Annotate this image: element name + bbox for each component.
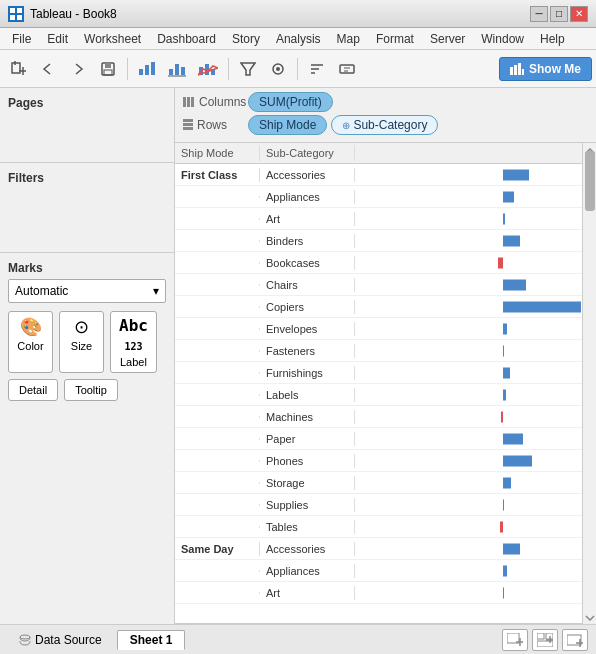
toolbar-chart3-button[interactable] — [193, 55, 223, 83]
svg-rect-0 — [10, 8, 15, 13]
toolbar-chart2-button[interactable] — [163, 55, 191, 83]
table-row: Storage — [175, 472, 582, 494]
cell-sub-category: Furnishings — [260, 366, 355, 380]
table-header: Ship Mode Sub-Category — [175, 143, 582, 164]
toolbar-chart-button[interactable] — [133, 55, 161, 83]
svg-rect-13 — [151, 62, 155, 75]
bar-positive — [503, 389, 506, 400]
svg-rect-3 — [17, 15, 22, 20]
menu-format[interactable]: Format — [368, 30, 422, 48]
bar-positive — [503, 543, 520, 554]
toolbar-forward-button[interactable] — [64, 55, 92, 83]
plus-icon: ⊕ — [342, 120, 350, 131]
label-button[interactable]: Abc123 Label — [110, 311, 157, 373]
table-row: Machines — [175, 406, 582, 428]
toolbar-separator-3 — [297, 58, 298, 80]
x-axis: -$10,000 $0 $10,000 $20,000 Profit — [175, 623, 582, 624]
svg-rect-40 — [183, 127, 193, 130]
size-label: Size — [71, 340, 92, 352]
sheet1-tab[interactable]: Sheet 1 — [117, 630, 186, 650]
rows-label: Rows — [197, 118, 227, 132]
maximize-button[interactable]: □ — [550, 6, 568, 22]
columns-pill[interactable]: SUM(Profit) — [248, 92, 333, 112]
scroll-up-arrow[interactable] — [585, 143, 595, 147]
data-source-tab[interactable]: Data Source — [8, 630, 113, 650]
bar-negative — [501, 411, 503, 422]
toolbar-filter-button[interactable] — [234, 55, 262, 83]
toolbar-separator-2 — [228, 58, 229, 80]
detail-button[interactable]: Detail — [8, 379, 58, 401]
cell-sub-category: Phones — [260, 454, 355, 468]
chart-inner: Ship Mode Sub-Category First ClassAccess… — [175, 143, 596, 624]
window-title: Tableau - Book8 — [30, 7, 117, 21]
close-button[interactable]: ✕ — [570, 6, 588, 22]
menu-worksheet[interactable]: Worksheet — [76, 30, 149, 48]
svg-rect-34 — [522, 69, 524, 75]
show-me-label: Show Me — [529, 62, 581, 76]
cell-sub-category: Bookcases — [260, 256, 355, 270]
color-label: Color — [17, 340, 43, 352]
minimize-button[interactable]: ─ — [530, 6, 548, 22]
cell-ship-mode — [175, 328, 260, 330]
scroll-down-arrow[interactable] — [585, 610, 595, 624]
show-me-button[interactable]: Show Me — [499, 57, 592, 81]
bar-positive — [503, 587, 504, 598]
rows-label-container: Rows — [183, 118, 248, 132]
svg-rect-9 — [105, 63, 111, 68]
toolbar-back-button[interactable] — [34, 55, 62, 83]
filters-section: Filters — [0, 163, 174, 253]
marks-type-label: Automatic — [15, 284, 68, 298]
marks-row2: Detail Tooltip — [8, 379, 166, 401]
menu-dashboard[interactable]: Dashboard — [149, 30, 224, 48]
rows-pill-2[interactable]: ⊕ Sub-Category — [331, 115, 438, 135]
toolbar-new-button[interactable] — [4, 55, 32, 83]
header-ship-mode: Ship Mode — [175, 145, 260, 161]
cell-sub-category: Labels — [260, 388, 355, 402]
menu-map[interactable]: Map — [329, 30, 368, 48]
size-icon: ⊙ — [74, 316, 89, 338]
svg-rect-36 — [187, 97, 190, 107]
size-button[interactable]: ⊙ Size — [59, 311, 104, 373]
menu-file[interactable]: File — [4, 30, 39, 48]
rows-icon — [183, 119, 193, 131]
cell-ship-mode — [175, 284, 260, 286]
svg-rect-12 — [145, 65, 149, 75]
columns-label-container: Columns — [183, 95, 248, 109]
menu-server[interactable]: Server — [422, 30, 473, 48]
table-row: Bookcases — [175, 252, 582, 274]
svg-rect-33 — [518, 63, 521, 75]
new-story-button[interactable] — [562, 629, 588, 651]
chart-content: Ship Mode Sub-Category First ClassAccess… — [175, 143, 582, 624]
scroll-thumb[interactable] — [585, 151, 595, 211]
menu-window[interactable]: Window — [473, 30, 532, 48]
svg-rect-28 — [340, 65, 354, 73]
marks-section: Marks Automatic ▾ 🎨 Color ⊙ Size Abc123 … — [0, 253, 174, 409]
menu-analysis[interactable]: Analysis — [268, 30, 329, 48]
bar-positive — [503, 191, 514, 202]
bar-positive — [503, 323, 507, 334]
filters-content — [8, 189, 166, 244]
cell-ship-mode — [175, 218, 260, 220]
new-sheet-button[interactable] — [502, 629, 528, 651]
menu-edit[interactable]: Edit — [39, 30, 76, 48]
marks-type-dropdown[interactable]: Automatic ▾ — [8, 279, 166, 303]
columns-shelf-row: Columns SUM(Profit) — [183, 92, 588, 112]
menu-story[interactable]: Story — [224, 30, 268, 48]
tooltip-button[interactable]: Tooltip — [64, 379, 118, 401]
cell-sub-category: Accessories — [260, 168, 355, 182]
cell-ship-mode — [175, 196, 260, 198]
toolbar-highlight-button[interactable] — [264, 55, 292, 83]
new-dashboard-button[interactable] — [532, 629, 558, 651]
cell-sub-category: Binders — [260, 234, 355, 248]
title-bar: Tableau - Book8 ─ □ ✕ — [0, 0, 596, 28]
cell-sub-category: Copiers — [260, 300, 355, 314]
cell-ship-mode — [175, 416, 260, 418]
cell-ship-mode — [175, 504, 260, 506]
toolbar-sort-button[interactable] — [303, 55, 331, 83]
toolbar-save-button[interactable] — [94, 55, 122, 83]
toolbar-label-button[interactable] — [333, 55, 361, 83]
vertical-scrollbar[interactable] — [582, 143, 596, 624]
rows-pill-1[interactable]: Ship Mode — [248, 115, 327, 135]
menu-help[interactable]: Help — [532, 30, 573, 48]
color-button[interactable]: 🎨 Color — [8, 311, 53, 373]
